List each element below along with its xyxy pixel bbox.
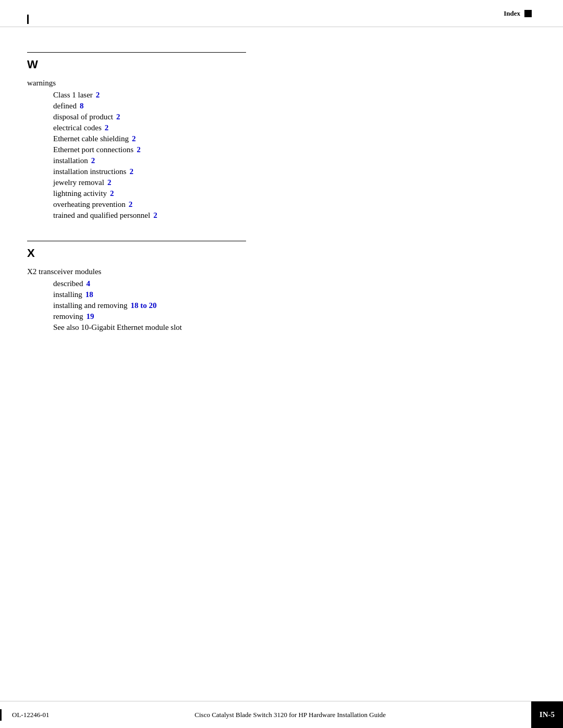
list-item: overheating prevention 2 [53, 200, 536, 209]
list-item: See also 10-Gigabit Ethernet module slot [53, 323, 536, 332]
section-w-top-term: warnings [27, 79, 536, 88]
item-link-removing[interactable]: 19 [87, 312, 94, 321]
item-label-disposal: disposal of product [53, 113, 113, 121]
item-link-defined[interactable]: 8 [80, 102, 84, 110]
list-item: Ethernet cable shielding 2 [53, 134, 536, 143]
section-x: X X2 transceiver modules described 4 ins… [27, 241, 536, 332]
item-link-ethernet-cable[interactable]: 2 [132, 134, 136, 143]
item-label-installing: installing [53, 290, 82, 299]
item-link-jewelry[interactable]: 2 [107, 178, 112, 187]
item-label-jewelry: jewelry removal [53, 178, 104, 187]
list-item: removing 19 [53, 312, 536, 321]
item-link-electrical[interactable]: 2 [105, 124, 109, 132]
item-label-installing-removing: installing and removing [53, 301, 127, 310]
list-item: Class 1 laser 2 [53, 91, 536, 100]
list-item: described 4 [53, 279, 536, 288]
item-label-class1laser: Class 1 laser [53, 91, 93, 100]
section-x-sub-items: described 4 installing 18 installing and… [53, 279, 536, 332]
bottom-right: IN-5 [531, 701, 563, 728]
item-label-overheating: overheating prevention [53, 200, 126, 209]
item-label-ethernet-cable: Ethernet cable shielding [53, 134, 129, 143]
item-link-lightning[interactable]: 2 [110, 189, 114, 198]
main-content: W warnings Class 1 laser 2 defined 8 dis… [27, 31, 536, 686]
page-number: IN-5 [531, 701, 563, 728]
bottom-left: OL-12246-01 [0, 701, 50, 728]
index-label: Index [504, 9, 520, 18]
section-x-divider [27, 241, 246, 241]
list-item: jewelry removal 2 [53, 178, 536, 187]
item-label-defined: defined [53, 102, 77, 110]
list-item: disposal of product 2 [53, 113, 536, 121]
item-label-removing: removing [53, 312, 83, 321]
footer-center-text: Cisco Catalyst Blade Switch 3120 for HP … [50, 711, 531, 719]
list-item: installing and removing 18 to 20 [53, 301, 536, 310]
top-bar-square-icon [524, 10, 532, 17]
section-w-letter: W [27, 58, 536, 71]
item-label-installation: installation [53, 156, 88, 165]
list-item: electrical codes 2 [53, 124, 536, 132]
item-link-disposal[interactable]: 2 [116, 113, 120, 121]
item-link-installation[interactable]: 2 [91, 156, 95, 165]
item-link-installation-instructions[interactable]: 2 [129, 167, 133, 176]
bottom-bar: OL-12246-01 Cisco Catalyst Blade Switch … [0, 701, 563, 728]
item-label-lightning: lightning activity [53, 189, 107, 198]
item-label-trained: trained and qualified personnel [53, 211, 150, 220]
list-item: installation 2 [53, 156, 536, 165]
top-bar: Index [0, 0, 563, 27]
list-item: installation instructions 2 [53, 167, 536, 176]
item-label-installation-instructions: installation instructions [53, 167, 126, 176]
item-link-installing[interactable]: 18 [85, 290, 93, 299]
item-link-installing-removing[interactable]: 18 to 20 [130, 301, 156, 310]
list-item: defined 8 [53, 102, 536, 110]
section-x-top-term: X2 transceiver modules [27, 267, 536, 276]
item-link-class1laser[interactable]: 2 [96, 91, 100, 100]
bottom-left-marker [0, 709, 2, 721]
item-label-described: described [53, 279, 83, 288]
section-w: W warnings Class 1 laser 2 defined 8 dis… [27, 52, 536, 220]
item-link-described[interactable]: 4 [86, 279, 90, 288]
item-label-ethernet-port: Ethernet port connections [53, 145, 133, 154]
list-item: trained and qualified personnel 2 [53, 211, 536, 220]
list-item: lightning activity 2 [53, 189, 536, 198]
list-item: Ethernet port connections 2 [53, 145, 536, 154]
doc-number: OL-12246-01 [7, 711, 50, 719]
section-w-divider [27, 52, 246, 53]
item-link-ethernet-port[interactable]: 2 [137, 145, 141, 154]
section-w-sub-items: Class 1 laser 2 defined 8 disposal of pr… [53, 91, 536, 220]
section-x-letter: X [27, 246, 536, 260]
list-item: installing 18 [53, 290, 536, 299]
item-label-electrical: electrical codes [53, 124, 102, 132]
item-link-overheating[interactable]: 2 [129, 200, 133, 209]
item-label-see-also: See also 10-Gigabit Ethernet module slot [53, 323, 182, 332]
top-left-marker [27, 15, 29, 24]
item-link-trained[interactable]: 2 [153, 211, 157, 220]
page-container: Index W warnings Class 1 laser 2 defined… [0, 0, 563, 728]
